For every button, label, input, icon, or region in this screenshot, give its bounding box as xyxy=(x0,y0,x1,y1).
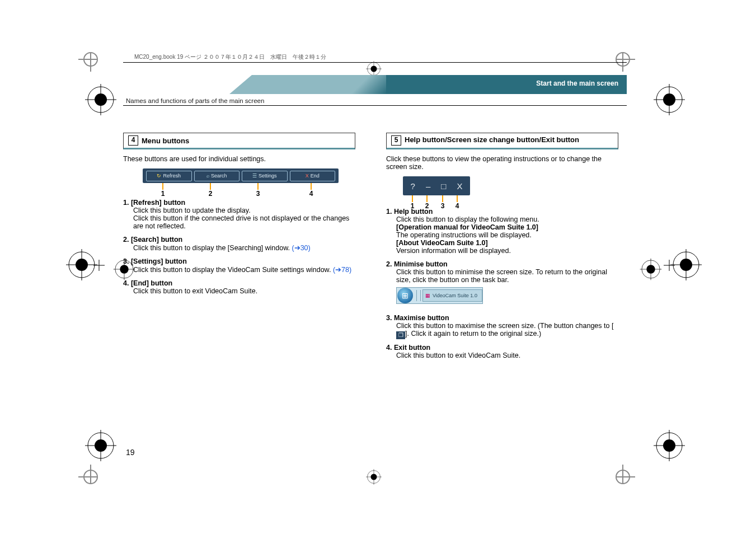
taskbar-app-button: ▦ VideoCam Suite 1.0 xyxy=(422,289,482,302)
item-maximise-body: Click this button to maximise the screen… xyxy=(396,322,618,338)
registration-mark xyxy=(85,84,116,115)
item-exit-title: 4. Exit button xyxy=(386,344,618,352)
section-path: Names and functions of parts of the main… xyxy=(123,97,627,104)
page-number: 19 xyxy=(126,448,135,457)
registration-mark xyxy=(85,430,116,461)
close-icon: X xyxy=(306,172,309,180)
item-end-title: 4. [End] button xyxy=(123,279,355,287)
section-title-text: Menu buttons xyxy=(142,137,189,145)
registration-mark xyxy=(654,430,685,461)
registration-mark xyxy=(670,249,702,280)
running-header: MC20_eng.book 19 ページ ２００７年１０月２４日 水曜日 午後２… xyxy=(123,53,627,61)
registration-mark xyxy=(366,469,382,485)
column-help-buttons: 5 Help button/Screen size change button/… xyxy=(386,133,618,365)
item-refresh-body: Click this button to update the display.… xyxy=(133,207,355,230)
help-icon: ? xyxy=(411,181,415,191)
item-maximise-title: 3. Maximise button xyxy=(386,314,618,322)
item-help-title: 1. Help button xyxy=(386,208,618,216)
section-intro: These buttons are used for individual se… xyxy=(123,155,355,163)
section-number-box: 5 xyxy=(391,135,401,146)
item-settings-body: Click this button to display the VideoCa… xyxy=(133,265,355,274)
item-exit-body: Click this button to exit VideoCam Suite… xyxy=(396,352,618,359)
crop-mark-br xyxy=(613,465,635,487)
item-settings-title: 3. [Settings] button xyxy=(123,257,355,265)
restore-icon: ❐ xyxy=(396,331,405,339)
item-refresh-title: 1. [Refresh] button xyxy=(123,199,355,207)
end-button: XEnd xyxy=(290,171,336,181)
maximize-icon: □ xyxy=(441,181,446,191)
item-search-title: 2. [Search] button xyxy=(123,236,355,243)
section-intro: Click these buttons to view the operatin… xyxy=(386,155,618,171)
section-title-help-buttons: 5 Help button/Screen size change button/… xyxy=(386,133,618,149)
registration-mark xyxy=(654,84,685,115)
window-controls-callouts: 1 2 3 4 xyxy=(403,195,466,208)
item-search-body: Click this button to display the [Search… xyxy=(133,243,355,252)
refresh-icon: ↻ xyxy=(157,172,161,180)
item-end-body: Click this button to exit VideoCam Suite… xyxy=(133,287,355,295)
window-controls-image: ? – □ X xyxy=(403,176,470,195)
minimize-icon: – xyxy=(426,181,430,191)
column-menu-buttons: 4 Menu buttons These buttons are used fo… xyxy=(123,133,355,365)
item-minimise-title: 2. Minimise button xyxy=(386,260,618,268)
cross-mark xyxy=(664,260,675,271)
link-page-78[interactable]: (➔78) xyxy=(333,266,351,274)
toolbar-image: ↻Refresh ⌕Search ☰Settings XEnd xyxy=(143,168,339,183)
section-title-text: Help button/Screen size change button/Ex… xyxy=(405,135,579,144)
chapter-title: Start and the main screen xyxy=(536,79,618,87)
crop-mark-bl xyxy=(78,465,101,487)
section-title-menu-buttons: 4 Menu buttons xyxy=(123,133,355,149)
registration-mark xyxy=(640,258,661,280)
chapter-banner: Start and the main screen xyxy=(123,75,627,94)
crop-mark-tl xyxy=(78,49,101,72)
settings-button: ☰Settings xyxy=(242,171,288,181)
item-minimise-body: Click this button to minimise the screen… xyxy=(396,268,618,284)
exit-icon: X xyxy=(457,181,462,191)
settings-icon: ☰ xyxy=(252,172,257,180)
section-number-box: 4 xyxy=(128,135,138,146)
cross-mark xyxy=(93,260,105,271)
toolbar-callouts: 1 2 3 4 xyxy=(143,183,339,199)
item-help-body: Click this button to display the followi… xyxy=(396,216,618,255)
search-button: ⌕Search xyxy=(194,171,240,181)
taskbar-image: ⊞ ▦ VideoCam Suite 1.0 xyxy=(396,287,483,304)
registration-mark xyxy=(66,249,97,280)
app-square-icon: ▦ xyxy=(425,293,430,298)
refresh-button: ↻Refresh xyxy=(146,171,192,181)
search-icon: ⌕ xyxy=(206,172,209,180)
link-page-30[interactable]: (➔30) xyxy=(292,244,310,252)
start-orb-icon: ⊞ xyxy=(397,288,413,303)
